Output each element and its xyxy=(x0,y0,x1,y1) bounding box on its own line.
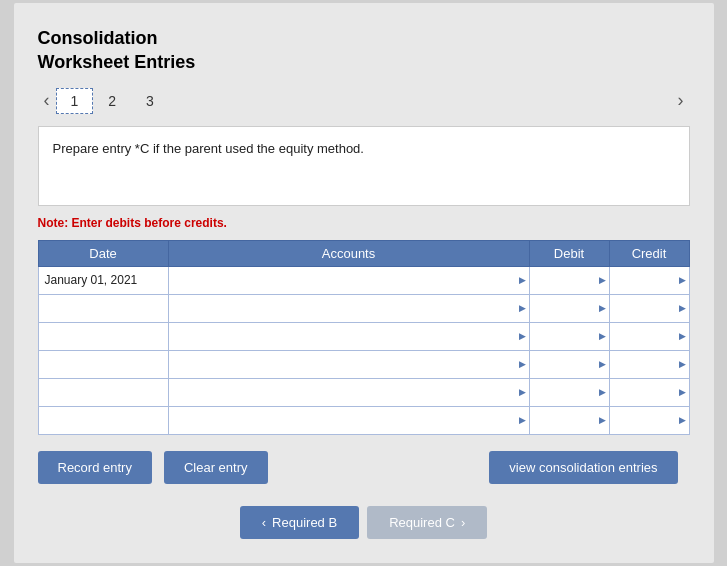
debit-input[interactable] xyxy=(530,295,609,322)
col-header-debit: Debit xyxy=(529,240,609,266)
credit-input[interactable] xyxy=(610,323,689,350)
table-row xyxy=(38,378,689,406)
credit-input[interactable] xyxy=(610,351,689,378)
entry-table: Date Accounts Debit Credit January 01, 2… xyxy=(38,240,690,435)
prev-tab-arrow[interactable]: ‹ xyxy=(38,88,56,113)
col-header-date: Date xyxy=(38,240,168,266)
account-input[interactable] xyxy=(169,323,529,350)
date-cell xyxy=(38,350,168,378)
debit-input[interactable] xyxy=(530,323,609,350)
account-input[interactable] xyxy=(169,407,529,434)
instruction-box: Prepare entry *C if the parent used the … xyxy=(38,126,690,206)
account-input[interactable] xyxy=(169,379,529,406)
table-row xyxy=(38,406,689,434)
next-tab-arrow[interactable]: › xyxy=(672,88,690,113)
credit-input[interactable] xyxy=(610,267,689,294)
debit-cell[interactable] xyxy=(529,294,609,322)
debit-cell[interactable] xyxy=(529,406,609,434)
col-header-credit: Credit xyxy=(609,240,689,266)
required-c-button: Required C › xyxy=(367,506,487,539)
page-title: Consolidation Worksheet Entries xyxy=(38,27,690,74)
table-row xyxy=(38,294,689,322)
date-cell xyxy=(38,378,168,406)
date-cell xyxy=(38,294,168,322)
credit-input[interactable] xyxy=(610,295,689,322)
note-body: Enter debits before credits. xyxy=(72,216,227,230)
debit-cell[interactable] xyxy=(529,350,609,378)
record-entry-button[interactable]: Record entry xyxy=(38,451,152,484)
debit-cell[interactable] xyxy=(529,266,609,294)
tab-1[interactable]: 1 xyxy=(56,88,94,114)
buttons-row: Record entry Clear entry view consolidat… xyxy=(38,451,690,484)
credit-cell[interactable] xyxy=(609,322,689,350)
table-row xyxy=(38,322,689,350)
credit-cell[interactable] xyxy=(609,378,689,406)
bottom-nav: ‹ Required B Required C › xyxy=(38,506,690,539)
debit-input[interactable] xyxy=(530,351,609,378)
tabs-row: ‹ 1 2 3 › xyxy=(38,88,690,114)
instruction-text: Prepare entry *C if the parent used the … xyxy=(53,141,364,156)
account-cell[interactable] xyxy=(168,350,529,378)
tab-3[interactable]: 3 xyxy=(131,88,169,114)
credit-cell[interactable] xyxy=(609,266,689,294)
account-cell[interactable] xyxy=(168,266,529,294)
note-label: Note: xyxy=(38,216,69,230)
credit-input[interactable] xyxy=(610,407,689,434)
account-input[interactable] xyxy=(169,267,529,294)
debit-cell[interactable] xyxy=(529,322,609,350)
credit-cell[interactable] xyxy=(609,406,689,434)
required-b-button[interactable]: ‹ Required B xyxy=(240,506,359,539)
view-consolidation-button[interactable]: view consolidation entries xyxy=(489,451,677,484)
clear-entry-button[interactable]: Clear entry xyxy=(164,451,268,484)
required-c-label: Required C xyxy=(389,515,455,530)
account-input[interactable] xyxy=(169,295,529,322)
table-row: January 01, 2021 xyxy=(38,266,689,294)
debit-input[interactable] xyxy=(530,267,609,294)
debit-input[interactable] xyxy=(530,407,609,434)
account-cell[interactable] xyxy=(168,322,529,350)
date-cell xyxy=(38,322,168,350)
required-b-label: Required B xyxy=(272,515,337,530)
table-row xyxy=(38,350,689,378)
date-cell: January 01, 2021 xyxy=(38,266,168,294)
account-input[interactable] xyxy=(169,351,529,378)
left-arrow-icon: ‹ xyxy=(262,515,266,530)
date-cell xyxy=(38,406,168,434)
credit-cell[interactable] xyxy=(609,294,689,322)
account-cell[interactable] xyxy=(168,294,529,322)
main-container: Consolidation Worksheet Entries ‹ 1 2 3 … xyxy=(14,3,714,563)
account-cell[interactable] xyxy=(168,406,529,434)
tab-2[interactable]: 2 xyxy=(93,88,131,114)
debit-cell[interactable] xyxy=(529,378,609,406)
account-cell[interactable] xyxy=(168,378,529,406)
debit-input[interactable] xyxy=(530,379,609,406)
credit-cell[interactable] xyxy=(609,350,689,378)
note-text: Note: Enter debits before credits. xyxy=(38,216,690,230)
col-header-accounts: Accounts xyxy=(168,240,529,266)
credit-input[interactable] xyxy=(610,379,689,406)
right-arrow-icon: › xyxy=(461,515,465,530)
